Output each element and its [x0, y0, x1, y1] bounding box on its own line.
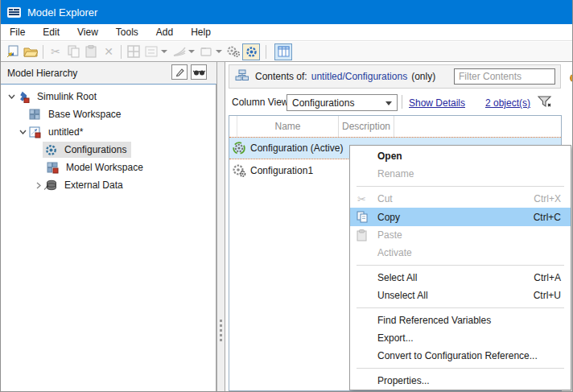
chevron-down-icon — [385, 101, 392, 105]
delete-icon: ✕ — [100, 43, 117, 60]
context-menu-item-cut: ✂ Cut Ctrl+X — [350, 190, 571, 208]
contents-of-label: Contents of: — [255, 71, 307, 82]
four-pane-icon — [125, 43, 142, 60]
column-view-label: Column View: — [232, 97, 291, 108]
chevron-down-icon[interactable] — [6, 94, 17, 99]
menu-view[interactable]: View — [68, 24, 107, 41]
menu-separator — [357, 186, 564, 187]
filter-contents-input[interactable] — [454, 68, 555, 85]
menu-add[interactable]: Add — [147, 24, 182, 41]
paste-icon — [82, 43, 100, 60]
object-count-link[interactable]: 2 object(s) — [485, 97, 530, 109]
menu-separator — [357, 368, 564, 369]
window-title: Model Explorer — [27, 6, 97, 19]
new-model-icon[interactable] — [4, 43, 22, 60]
model-hierarchy-tree: Simulink Root Base Workspace — [1, 84, 216, 391]
tree-item-simulink-root[interactable]: Simulink Root — [1, 88, 216, 105]
context-menu-item-unselect-all[interactable]: Unselect All Ctrl+U — [350, 287, 571, 304]
dropdown-arrow-icon[interactable] — [161, 50, 167, 53]
menu-edit[interactable]: Edit — [34, 24, 68, 41]
chevron-right-icon[interactable] — [33, 182, 44, 189]
model-file-icon — [28, 126, 41, 138]
toolbar-separator — [266, 45, 266, 59]
menu-file[interactable]: File — [1, 24, 34, 41]
row-name: Configuration1 — [250, 165, 313, 176]
table-header: Name Description — [229, 116, 561, 137]
copy-icon — [64, 43, 82, 60]
toolbar: ✂ ✕ — [1, 42, 572, 62]
dropdown-arrow-icon[interactable] — [188, 50, 195, 53]
context-menu-item-open[interactable]: Open — [350, 147, 571, 165]
simulink-root-icon — [17, 91, 30, 103]
chevron-down-icon[interactable] — [17, 130, 28, 134]
subsystem-icon — [197, 43, 215, 60]
cut-icon: ✂ — [355, 192, 369, 206]
column-view-value: Configurations — [292, 97, 354, 109]
tree-item-base-workspace[interactable]: Base Workspace — [1, 105, 216, 123]
model-explorer-icon — [7, 7, 21, 18]
mask-toggle-button[interactable] — [191, 64, 207, 80]
context-menu-item-properties[interactable]: Properties... — [350, 372, 571, 390]
toolbar-separator — [43, 45, 43, 59]
context-menu-item-convert-to-configuration-reference[interactable]: Convert to Configuration Reference... — [350, 347, 571, 365]
pane-splitter[interactable] — [216, 62, 225, 391]
gears-icon[interactable] — [225, 43, 242, 60]
dropdown-arrow-icon[interactable] — [216, 50, 222, 53]
menu-separator — [357, 265, 564, 266]
filter-funnel-icon[interactable] — [538, 95, 552, 111]
column-view-select[interactable]: Configurations — [286, 94, 398, 111]
base-workspace-icon — [28, 109, 41, 121]
column-view-bar: Column View: Configurations Show Details… — [225, 89, 573, 115]
menu-bar: File Edit View Tools Add Help — [1, 24, 572, 41]
hierarchy-icon — [235, 69, 249, 84]
context-menu: Open Rename ✂ Cut Ctrl+X Copy Ctrl+C Pas… — [349, 145, 571, 390]
context-menu-item-activate: Activate — [350, 244, 571, 262]
model-workspace-icon — [46, 162, 59, 174]
contents-path-link[interactable]: untitled/Configurations — [311, 71, 407, 82]
context-menu-item-copy[interactable]: Copy Ctrl+C — [350, 208, 571, 226]
pencil-icon — [175, 67, 185, 77]
context-menu-item-paste: Paste — [350, 226, 571, 244]
model-hierarchy-title: Model Hierarchy — [7, 68, 77, 79]
menu-help[interactable]: Help — [182, 24, 220, 41]
data-view-icon — [142, 43, 160, 60]
model-hierarchy-header: Model Hierarchy — [1, 62, 216, 84]
tree-item-model-workspace[interactable]: Model Workspace — [1, 159, 216, 176]
divider — [402, 95, 402, 109]
tree-item-external-data[interactable]: External Data — [1, 176, 216, 194]
column-view-icon[interactable] — [274, 43, 292, 60]
glasses-icon — [193, 68, 205, 76]
menu-tools[interactable]: Tools — [107, 24, 147, 41]
model-explorer-window: Model Explorer File Edit View Tools Add … — [0, 0, 573, 392]
context-menu-item-rename: Rename — [350, 165, 571, 183]
configurations-icon — [44, 144, 57, 156]
model-hierarchy-pane: Model Hierarchy — [1, 62, 216, 391]
row-name: Configuration (Active) — [250, 142, 343, 154]
show-details-link[interactable]: Show Details — [409, 97, 465, 109]
menu-separator — [357, 307, 564, 308]
contents-bar: Contents of: untitled/Configurations (on… — [229, 64, 561, 89]
paste-icon — [355, 229, 369, 242]
context-menu-item-find-referenced-variables[interactable]: Find Referenced Variables — [350, 312, 571, 329]
toolbar-separator — [121, 45, 122, 59]
contents-only-label: (only) — [411, 71, 435, 82]
tree-item-configurations[interactable]: Configurations — [1, 141, 216, 159]
open-folder-icon[interactable] — [22, 43, 39, 60]
column-header-description[interactable]: Description — [338, 116, 394, 137]
pin-icon[interactable] — [570, 74, 573, 82]
context-menu-item-export[interactable]: Export... — [350, 329, 571, 347]
active-configuration-icon — [233, 142, 246, 155]
configuration-icon — [233, 164, 246, 177]
title-bar: Model Explorer — [0, 0, 573, 24]
cut-icon: ✂ — [47, 43, 64, 60]
pencil-toggle-button[interactable] — [171, 64, 188, 80]
configuration-preferences-icon[interactable] — [242, 43, 260, 60]
external-data-icon — [44, 179, 57, 192]
tree-item-untitled[interactable]: untitled* — [1, 123, 216, 141]
context-menu-item-select-all[interactable]: Select All Ctrl+A — [350, 269, 571, 287]
signal-curves-icon — [170, 43, 188, 60]
splitter-grip — [220, 320, 222, 344]
copy-icon — [355, 210, 369, 224]
column-header-name[interactable]: Name — [237, 116, 338, 137]
